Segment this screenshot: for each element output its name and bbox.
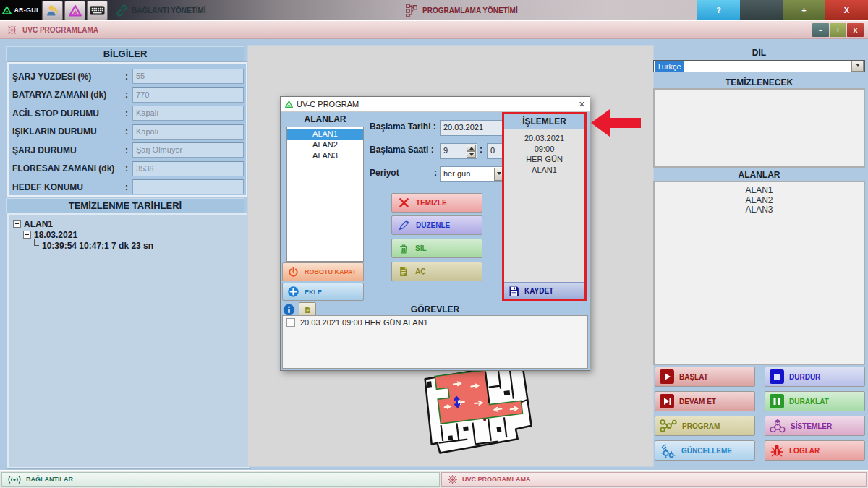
loglar-button[interactable]: LOGLAR <box>765 440 865 461</box>
pencil-icon <box>398 219 410 231</box>
islemler-list[interactable]: 20.03.2021 09:00 HER GÜN ALAN1 <box>504 129 584 282</box>
field-row-isiklar: IŞIKLARIN DURUMU : Kapalı <box>12 125 244 139</box>
info-panel-title: BİLGİLER <box>6 46 244 61</box>
operation-line: 09:00 <box>504 144 584 155</box>
right-area-item[interactable]: ALAN3 <box>655 205 864 215</box>
field-row-floresan: FLORESAN ZAMANI (dk) : 3536 <box>12 162 244 176</box>
keyboard-icon <box>90 6 105 15</box>
user-account-button[interactable] <box>42 1 63 20</box>
window-controls: ? _ + X <box>697 0 868 20</box>
app-logo-label: AR-GUI <box>14 7 38 14</box>
area-list-item[interactable]: ALAN3 <box>287 150 363 161</box>
devam-et-button[interactable]: DEVAM ET <box>655 391 755 411</box>
play-icon <box>660 369 674 384</box>
hierarchy-icon <box>406 4 418 17</box>
spin-down-icon[interactable] <box>467 151 476 158</box>
help-button[interactable]: ? <box>697 0 740 20</box>
field-value-input[interactable]: 770 <box>132 87 244 103</box>
bug-icon <box>770 443 784 458</box>
status-uvc-programlama[interactable]: UVC PROGRAMLAMA <box>441 472 867 487</box>
operation-line: ALAN1 <box>504 165 584 176</box>
task-checkbox[interactable] <box>286 318 295 327</box>
clean-dates-tree: ALAN1 18.03.2021 10:39:54 10:47:1 7 dk 2… <box>7 213 250 468</box>
field-value-input[interactable] <box>132 179 244 194</box>
stop-icon <box>770 369 784 384</box>
guncelleme-button[interactable]: GÜNCELLEME <box>655 440 755 461</box>
document-icon <box>398 265 409 278</box>
ac-button[interactable]: AÇ <box>391 262 482 281</box>
field-value-input[interactable]: 3536 <box>132 161 244 176</box>
right-area-item[interactable]: ALAN2 <box>655 196 864 206</box>
menu-programlama-yonetimi[interactable]: PROGRAMLAMA YÖNETİMİ <box>406 4 518 17</box>
language-dropdown[interactable]: Türkçe <box>653 60 865 72</box>
uvc-maximize-button[interactable]: + <box>830 23 846 37</box>
sil-button[interactable]: SİL <box>391 239 482 258</box>
uvc-minimize-button[interactable]: – <box>812 23 829 37</box>
status-connections[interactable]: BAĞLANTILAR <box>1 472 440 487</box>
tree-collapse-icon[interactable] <box>23 231 31 239</box>
field-value-input[interactable]: Şarj Olmuyor <box>132 142 244 158</box>
floor-map[interactable] <box>414 363 538 467</box>
uvc-close-button[interactable]: X <box>847 23 864 37</box>
main-titlebar: AR-GUI <box>0 0 868 20</box>
field-label: ŞARJ DURUMU <box>12 145 125 155</box>
dialog-titlebar[interactable]: UV-C PROGRAM ✕ <box>281 97 590 112</box>
area-list-item[interactable]: ALAN2 <box>287 140 363 150</box>
durdur-button[interactable]: DURDUR <box>765 367 865 387</box>
language-title: DİL <box>653 48 865 58</box>
app-root: AR-GUI <box>0 0 868 488</box>
plus-circle-icon <box>287 286 299 298</box>
minimize-button[interactable]: _ <box>740 0 783 20</box>
clean-dates-title: TEMİZLENME TARİHLERİ <box>6 198 244 213</box>
area-list-item-selected[interactable]: ALAN1 <box>287 129 363 140</box>
tree-collapse-icon[interactable] <box>13 220 21 228</box>
signal-icon <box>7 475 22 484</box>
dialog-areas-title: ALANLAR <box>286 114 364 124</box>
tree-node-detail[interactable]: 10:39:54 10:47:1 7 dk 23 sn <box>13 240 244 251</box>
start-date-label: Başlama Tarihi : <box>370 121 436 132</box>
field-value-input[interactable]: 55 <box>132 69 244 84</box>
field-label: ŞARJ YÜZDESİ (%) <box>12 72 125 82</box>
tasks-title: GÖREVLER <box>281 304 590 314</box>
spin-up-icon[interactable] <box>467 145 476 151</box>
right-area-item[interactable]: ALAN1 <box>655 186 864 196</box>
field-value-input[interactable]: Kapalı <box>132 124 244 140</box>
hour-spinner[interactable]: 9 <box>440 143 477 159</box>
app-logo: AR-GUI <box>0 0 41 20</box>
triangle-app-button[interactable] <box>64 1 85 20</box>
maximize-button[interactable]: + <box>783 0 825 20</box>
field-row-sarj-yuzdesi: ŞARJ YÜZDESİ (%) : 55 <box>12 69 244 83</box>
link-icon <box>114 4 127 17</box>
period-label: Periyot <box>370 168 399 178</box>
annotation-arrow-icon <box>591 108 642 137</box>
chevron-down-icon[interactable] <box>851 61 864 72</box>
power-icon <box>287 266 299 278</box>
robotu-kapat-button[interactable]: ROBOTU KAPAT <box>282 262 364 281</box>
close-button[interactable]: X <box>825 0 868 20</box>
dialog-close-icon[interactable]: ✕ <box>579 100 585 109</box>
uvc-virus-icon <box>447 474 458 485</box>
to-clean-list[interactable] <box>653 88 865 168</box>
uvc-window-controls: – + X <box>812 23 864 37</box>
program-button[interactable]: PROGRAM <box>655 416 755 436</box>
field-value-input[interactable]: Kapalı <box>132 106 244 121</box>
temizle-button[interactable]: TEMIZLE <box>391 193 482 213</box>
tree-node-area[interactable]: ALAN1 <box>13 218 244 229</box>
uvc-program-dialog: UV-C PROGRAM ✕ ALANLAR ALAN1 ALAN2 ALAN3… <box>280 96 590 371</box>
duraklat-button[interactable]: DURAKLAT <box>765 391 865 411</box>
duzenle-button[interactable]: DÜZENLE <box>391 215 482 235</box>
field-row-acil-stop: ACİL STOP DURUMU : Kapalı <box>12 106 244 120</box>
task-row[interactable]: 20.03.2021 09:00 HER GÜN ALAN1 <box>283 316 587 329</box>
kaydet-button[interactable]: KAYDET <box>504 282 584 299</box>
red-x-icon <box>398 197 410 209</box>
keyboard-button[interactable] <box>87 1 108 20</box>
sistemler-button[interactable]: SİSTEMLER <box>765 416 865 436</box>
menu-baglanti-yonetimi[interactable]: BAĞLANTI YÖNETİMİ <box>114 4 206 17</box>
baslat-button[interactable]: BAŞLAT <box>655 367 755 387</box>
uvc-window-titlebar: UVC PROGRAMLAMA – + X <box>0 20 868 39</box>
period-colon: : <box>434 168 437 178</box>
tree-node-date[interactable]: 18.03.2021 <box>13 229 244 240</box>
period-dropdown[interactable]: her gün <box>440 166 505 182</box>
ekle-button[interactable]: EKLE <box>282 283 364 301</box>
control-buttons-grid: BAŞLAT DURDUR DEVAM ET DURAKLAT <box>655 367 865 461</box>
